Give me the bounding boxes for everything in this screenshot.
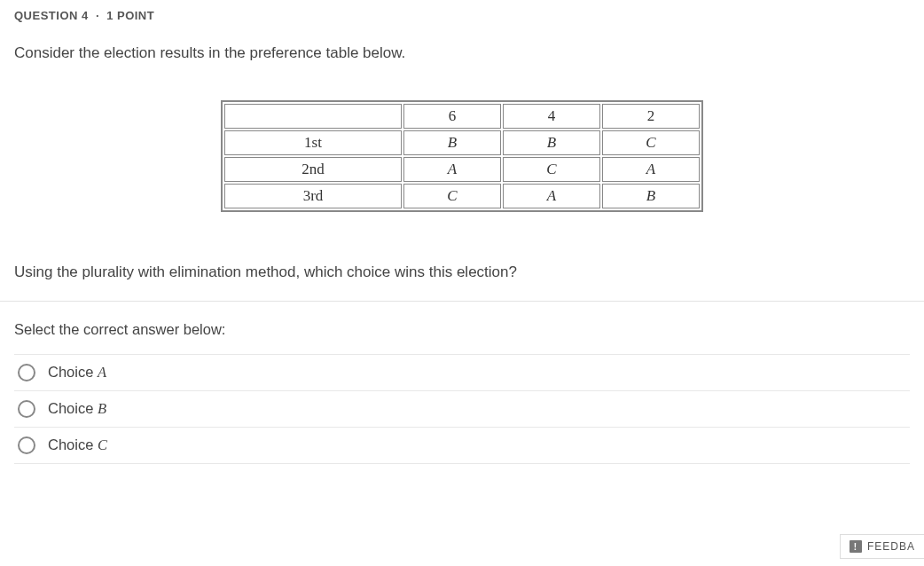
- rank-cell: 2nd: [224, 157, 402, 182]
- table-row: 1st B B C: [224, 130, 700, 155]
- data-cell: C: [503, 157, 600, 182]
- option-choice-b[interactable]: Choice B: [14, 391, 910, 428]
- option-label: Choice A: [48, 364, 106, 381]
- rank-cell: 1st: [224, 130, 402, 155]
- question-header: QUESTION 4 · 1 POINT: [14, 9, 910, 22]
- data-cell: B: [403, 130, 501, 155]
- option-choice-c[interactable]: Choice C: [14, 428, 910, 464]
- separator: ·: [96, 9, 99, 22]
- select-answer-prompt: Select the correct answer below:: [14, 302, 910, 354]
- table-header-col1: 6: [403, 104, 501, 129]
- question-number: QUESTION 4: [14, 9, 89, 22]
- radio-icon: [18, 400, 35, 418]
- table-header-col2: 4: [503, 104, 600, 129]
- data-cell: B: [602, 184, 700, 208]
- prompt-intro: Consider the election results in the pre…: [14, 42, 910, 65]
- data-cell: A: [403, 157, 501, 182]
- option-label: Choice B: [48, 400, 106, 418]
- options-list: Choice A Choice B Choice C: [14, 354, 910, 464]
- table-row: 2nd A C A: [224, 157, 700, 182]
- table-header-row: 6 4 2: [224, 104, 700, 129]
- preference-table: 6 4 2 1st B B C 2nd A C A 3rd C A B: [221, 100, 703, 212]
- option-label: Choice C: [48, 436, 107, 454]
- preference-table-wrap: 6 4 2 1st B B C 2nd A C A 3rd C A B: [14, 100, 910, 212]
- question-points: 1 POINT: [106, 9, 154, 22]
- data-cell: C: [602, 130, 700, 155]
- radio-icon: [18, 364, 35, 381]
- data-cell: A: [503, 184, 600, 208]
- prompt-question: Using the plurality with elimination met…: [14, 261, 910, 284]
- table-header-col3: 2: [602, 104, 700, 129]
- data-cell: C: [403, 184, 501, 208]
- radio-icon: [18, 436, 35, 454]
- feedback-button[interactable]: ! FEEDBA: [840, 534, 924, 559]
- data-cell: A: [602, 157, 700, 182]
- table-row: 3rd C A B: [224, 184, 700, 208]
- data-cell: B: [503, 130, 600, 155]
- alert-icon: !: [850, 540, 862, 553]
- table-cell-blank: [224, 104, 402, 129]
- feedback-label: FEEDBA: [867, 540, 915, 553]
- option-choice-a[interactable]: Choice A: [14, 354, 910, 391]
- rank-cell: 3rd: [224, 184, 402, 208]
